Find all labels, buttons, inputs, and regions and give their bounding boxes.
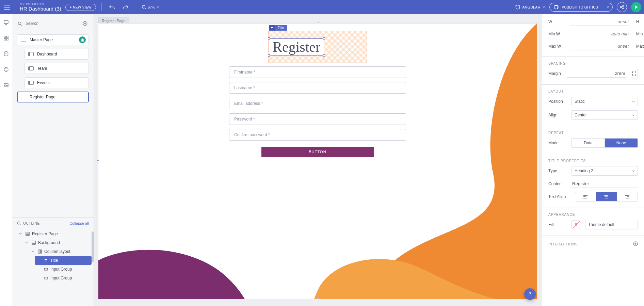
- rail-components-icon[interactable]: [3, 35, 10, 42]
- selection-region: Title Register: [268, 31, 367, 63]
- fill-swatch[interactable]: [571, 220, 580, 229]
- svg-rect-11: [4, 38, 6, 40]
- outline-node-label: Input Group: [50, 267, 72, 272]
- scrollbar[interactable]: [92, 231, 94, 262]
- page-events[interactable]: Events: [25, 77, 89, 88]
- fill-label-text: Fill: [548, 222, 567, 227]
- outline-node-register-page[interactable]: Register Page: [16, 229, 92, 238]
- publish-caret-button[interactable]: [603, 3, 612, 11]
- layout-icon: [37, 249, 42, 254]
- rail-assets-icon[interactable]: [3, 82, 10, 88]
- canvas[interactable]: Register Page Title Register: [94, 14, 542, 306]
- svg-rect-26: [26, 232, 29, 236]
- position-label: Position: [548, 99, 567, 104]
- search-input[interactable]: [25, 21, 79, 26]
- outline-node-input-group[interactable]: Input Group: [35, 274, 92, 283]
- rail-data-icon[interactable]: [3, 50, 10, 57]
- svg-line-6: [621, 7, 623, 8]
- rail-theme-icon[interactable]: [3, 66, 10, 73]
- page-dashboard[interactable]: Dashboard: [25, 49, 89, 60]
- preview-button[interactable]: [631, 2, 641, 12]
- maxw-input[interactable]: [570, 42, 629, 50]
- expand-icon: [632, 71, 637, 76]
- page-team[interactable]: Team: [25, 63, 89, 74]
- page-icon: [28, 81, 34, 85]
- form-field[interactable]: Confirm password *: [229, 129, 406, 141]
- maxh-label: Max H: [636, 44, 644, 49]
- add-interaction-button[interactable]: [633, 241, 638, 247]
- fill-value[interactable]: Theme default: [585, 220, 638, 229]
- outline-node-column-layout[interactable]: Column layout: [29, 247, 92, 256]
- svg-point-0: [142, 5, 145, 9]
- menu-button[interactable]: [4, 2, 14, 12]
- svg-rect-12: [6, 38, 8, 40]
- field-label: Confirm password *: [234, 132, 270, 137]
- expand-margin-button[interactable]: [631, 69, 638, 78]
- selection-mini-tab[interactable]: Title: [269, 25, 287, 31]
- text-align-center[interactable]: [596, 192, 616, 201]
- page-register[interactable]: Register Page: [17, 92, 89, 102]
- svg-rect-29: [32, 241, 35, 244]
- text-align-right[interactable]: [617, 192, 638, 201]
- section-appearance-label: APPEARANCE: [548, 213, 638, 216]
- page-master[interactable]: Master Page: [17, 34, 89, 45]
- page-icon: [21, 95, 26, 99]
- form-field[interactable]: Lastname *: [229, 82, 406, 94]
- publish-button[interactable]: PUBLISH TO GITHUB: [550, 3, 603, 11]
- help-button[interactable]: ?: [524, 288, 536, 300]
- select-parent-icon[interactable]: [269, 25, 275, 31]
- framework-select[interactable]: ANGULAR: [515, 5, 545, 10]
- align-value: Center: [575, 113, 587, 117]
- margin-input[interactable]: [567, 69, 626, 78]
- text-align-group: [575, 192, 638, 202]
- width-input[interactable]: [570, 18, 629, 26]
- position-select[interactable]: Static: [571, 97, 638, 106]
- form-field[interactable]: Firstname *: [229, 66, 406, 78]
- new-view-button[interactable]: + NEW VIEW: [65, 4, 96, 11]
- separator-icon: [136, 3, 136, 11]
- add-page-button[interactable]: [82, 20, 88, 27]
- artboard[interactable]: Title Register Firstname * Lastname * Em…: [98, 23, 537, 299]
- page-icon: [21, 38, 26, 42]
- svg-line-25: [20, 224, 21, 225]
- text-align-left[interactable]: [575, 192, 596, 201]
- pages-panel: Master Page Dashboard Team Events Regist…: [12, 14, 94, 306]
- zoom-control[interactable]: 67%: [142, 5, 159, 10]
- search-icon: [17, 221, 21, 225]
- outline-node-background[interactable]: Background: [22, 238, 92, 247]
- outline-label: OUTLINE: [23, 222, 40, 225]
- undo-button[interactable]: [107, 2, 117, 12]
- rail-pages-icon[interactable]: [3, 19, 10, 26]
- selected-title[interactable]: Register: [269, 38, 324, 55]
- form-field[interactable]: Email address *: [229, 98, 406, 109]
- content-input[interactable]: [571, 180, 638, 188]
- selection-mini-tab-label: Title: [275, 25, 287, 31]
- section-repeat-label: REPEAT: [548, 131, 638, 135]
- repeat-none-option[interactable]: None: [605, 139, 638, 147]
- section-title-props-label: TITLE PROPERTIES: [548, 159, 638, 163]
- svg-point-15: [5, 68, 5, 69]
- svg-line-1: [145, 8, 146, 9]
- input-group-icon: [44, 267, 48, 272]
- share-button[interactable]: [617, 2, 627, 12]
- align-select[interactable]: Center: [571, 110, 638, 120]
- form-submit-button[interactable]: BUTTON: [261, 147, 374, 157]
- redo-button[interactable]: [121, 2, 130, 12]
- svg-point-3: [623, 5, 624, 6]
- search-icon: [18, 21, 22, 26]
- text-align-label: Text Align: [548, 194, 570, 199]
- align-center-icon: [604, 195, 609, 199]
- repeat-data-option[interactable]: Data: [572, 139, 605, 147]
- minh-label: Min H: [636, 32, 644, 36]
- height-label: H: [636, 19, 644, 24]
- svg-rect-18: [4, 83, 8, 87]
- framework-label: ANGULAR: [522, 5, 540, 9]
- align-left-icon: [583, 195, 588, 199]
- heading-type-select[interactable]: Heading 2: [571, 166, 638, 176]
- form-field[interactable]: Password *: [229, 113, 406, 125]
- minw-input[interactable]: [570, 30, 629, 38]
- outline-node-input-group[interactable]: Input Group: [35, 265, 92, 274]
- outline-node-title[interactable]: Title: [35, 256, 92, 265]
- project-title[interactable]: HR Dashboard (3): [20, 6, 61, 12]
- collapse-all-link[interactable]: Collapse all: [69, 221, 89, 225]
